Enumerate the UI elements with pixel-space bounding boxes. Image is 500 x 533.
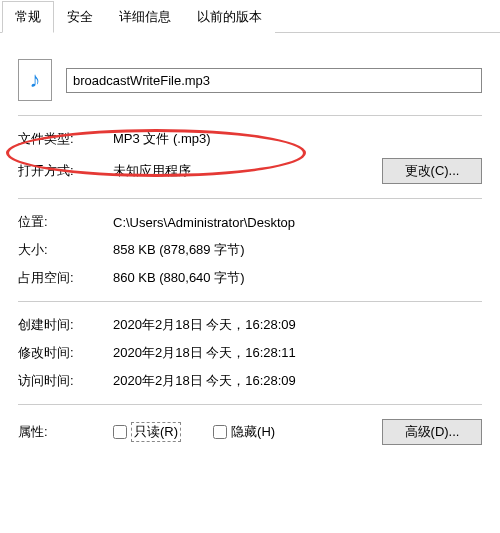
size-value: 858 KB (878,689 字节): [113, 241, 482, 259]
tab-bar: 常规 安全 详细信息 以前的版本: [0, 0, 500, 33]
filetype-value: MP3 文件 (.mp3): [113, 130, 482, 148]
filetype-label: 文件类型:: [18, 130, 113, 148]
attributes-row: 属性: 只读(R) 隐藏(H) 高级(D)...: [18, 419, 482, 445]
modified-value: 2020年2月18日 今天，16:28:11: [113, 344, 482, 362]
tab-security[interactable]: 安全: [54, 1, 106, 33]
divider: [18, 301, 482, 302]
created-value: 2020年2月18日 今天，16:28:09: [113, 316, 482, 334]
modified-label: 修改时间:: [18, 344, 113, 362]
divider: [18, 115, 482, 116]
openwith-label: 打开方式:: [18, 162, 113, 180]
filename-row: ♪: [18, 59, 482, 101]
location-value: C:\Users\Administrator\Desktop: [113, 215, 482, 230]
tab-previous-versions[interactable]: 以前的版本: [184, 1, 275, 33]
accessed-value: 2020年2月18日 今天，16:28:09: [113, 372, 482, 390]
readonly-checkbox[interactable]: [113, 425, 127, 439]
readonly-label: 只读(R): [131, 422, 181, 442]
accessed-label: 访问时间:: [18, 372, 113, 390]
hidden-label: 隐藏(H): [231, 423, 275, 441]
attributes-label: 属性:: [18, 423, 113, 441]
diskspace-value: 860 KB (880,640 字节): [113, 269, 482, 287]
diskspace-label: 占用空间:: [18, 269, 113, 287]
size-label: 大小:: [18, 241, 113, 259]
modified-row: 修改时间: 2020年2月18日 今天，16:28:11: [18, 344, 482, 362]
tab-details[interactable]: 详细信息: [106, 1, 184, 33]
advanced-button[interactable]: 高级(D)...: [382, 419, 482, 445]
music-note-icon: ♪: [30, 67, 41, 93]
created-label: 创建时间:: [18, 316, 113, 334]
filetype-row: 文件类型: MP3 文件 (.mp3): [18, 130, 482, 148]
created-row: 创建时间: 2020年2月18日 今天，16:28:09: [18, 316, 482, 334]
divider: [18, 404, 482, 405]
content-pane: ♪ 文件类型: MP3 文件 (.mp3) 打开方式: 未知应用程序 更改(C)…: [0, 33, 500, 471]
size-row: 大小: 858 KB (878,689 字节): [18, 241, 482, 259]
readonly-checkbox-wrap[interactable]: 只读(R): [113, 422, 181, 442]
location-row: 位置: C:\Users\Administrator\Desktop: [18, 213, 482, 231]
openwith-value: 未知应用程序: [113, 162, 191, 180]
tab-general[interactable]: 常规: [2, 1, 54, 33]
hidden-checkbox[interactable]: [213, 425, 227, 439]
filename-input[interactable]: [66, 68, 482, 93]
hidden-checkbox-wrap[interactable]: 隐藏(H): [213, 423, 275, 441]
diskspace-row: 占用空间: 860 KB (880,640 字节): [18, 269, 482, 287]
openwith-row: 打开方式: 未知应用程序 更改(C)...: [18, 158, 482, 184]
change-button[interactable]: 更改(C)...: [382, 158, 482, 184]
file-icon-box[interactable]: ♪: [18, 59, 52, 101]
location-label: 位置:: [18, 213, 113, 231]
divider: [18, 198, 482, 199]
accessed-row: 访问时间: 2020年2月18日 今天，16:28:09: [18, 372, 482, 390]
